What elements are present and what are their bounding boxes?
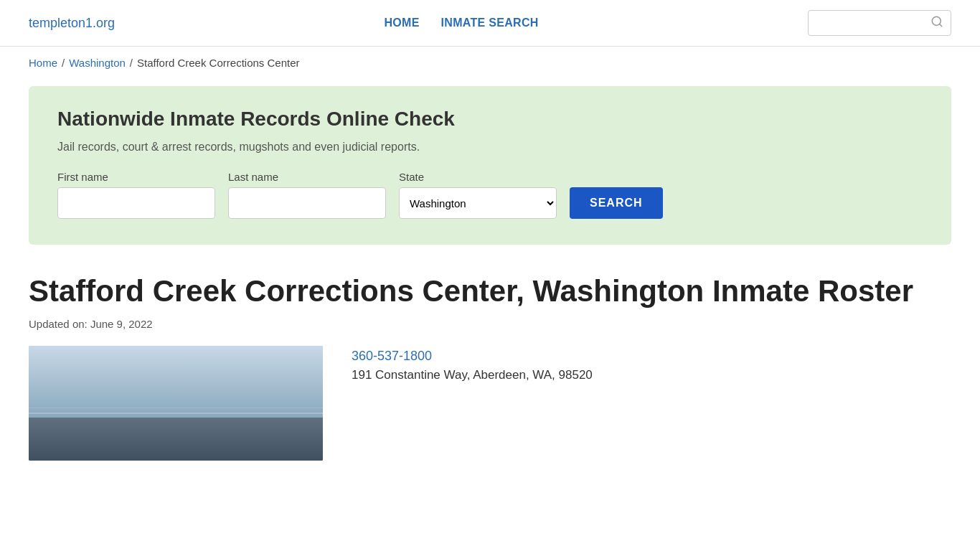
svg-line-1 — [939, 24, 941, 26]
facility-info-section: 360-537-1800 191 Constantine Way, Aberde… — [29, 346, 951, 461]
last-name-label: Last name — [228, 171, 386, 183]
main-content: Stafford Creek Corrections Center, Washi… — [0, 259, 980, 482]
search-icon — [930, 15, 943, 31]
breadcrumb-home[interactable]: Home — [29, 57, 57, 69]
search-banner: Nationwide Inmate Records Online Check J… — [29, 86, 951, 245]
breadcrumb-sep-1: / — [62, 57, 65, 69]
first-name-group: First name — [57, 171, 215, 219]
fence-decoration — [29, 400, 323, 421]
last-name-input[interactable] — [228, 187, 386, 219]
site-logo[interactable]: templeton1.org — [29, 16, 115, 31]
breadcrumb-washington[interactable]: Washington — [69, 57, 126, 69]
state-label: State — [399, 171, 557, 183]
fence-wire-2 — [29, 408, 323, 408]
nav-home[interactable]: HOME — [384, 17, 419, 29]
first-name-label: First name — [57, 171, 215, 183]
state-group: State Washington Alabama Alaska Arizona … — [399, 171, 557, 219]
breadcrumb: Home / Washington / Stafford Creek Corre… — [0, 47, 980, 79]
main-nav: HOME INMATE SEARCH — [384, 17, 538, 29]
nav-inmate-search[interactable]: INMATE SEARCH — [441, 17, 539, 29]
state-select[interactable]: Washington Alabama Alaska Arizona Califo… — [399, 187, 557, 219]
header-search-box[interactable] — [808, 10, 951, 36]
breadcrumb-sep-2: / — [130, 57, 133, 69]
facility-image — [29, 346, 323, 461]
breadcrumb-current: Stafford Creek Corrections Center — [137, 57, 300, 69]
banner-subtitle: Jail records, court & arrest records, mu… — [57, 141, 923, 154]
site-header: templeton1.org HOME INMATE SEARCH — [0, 0, 980, 46]
page-title: Stafford Creek Corrections Center, Washi… — [29, 273, 951, 309]
facility-address: 191 Constantine Way, Aberdeen, WA, 98520 — [352, 368, 593, 382]
facility-phone: 360-537-1800 — [352, 349, 593, 364]
banner-title: Nationwide Inmate Records Online Check — [57, 108, 923, 131]
facility-details: 360-537-1800 191 Constantine Way, Aberde… — [352, 346, 593, 382]
header-search-input[interactable] — [816, 17, 928, 29]
first-name-input[interactable] — [57, 187, 215, 219]
search-button[interactable]: SEARCH — [570, 187, 663, 219]
inmate-search-form: First name Last name State Washington Al… — [57, 171, 923, 219]
last-name-group: Last name — [228, 171, 386, 219]
fence-wire-1 — [29, 413, 323, 414]
updated-date: Updated on: June 9, 2022 — [29, 318, 951, 330]
